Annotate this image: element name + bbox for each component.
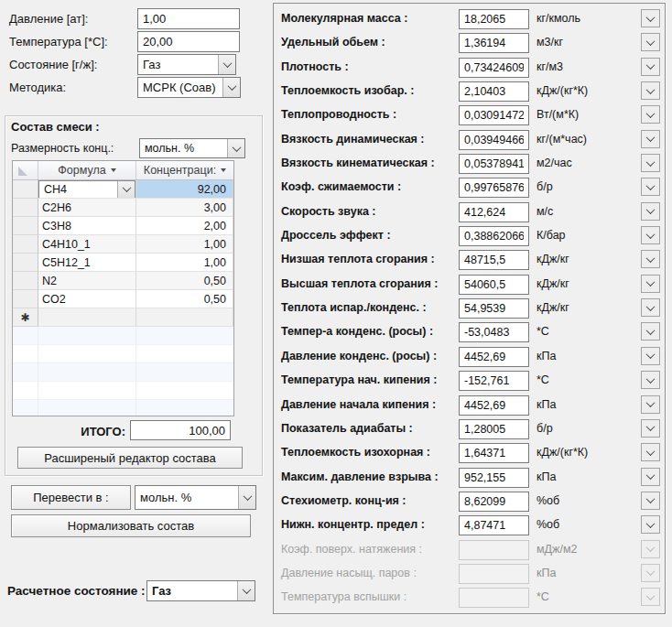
property-value-input[interactable] <box>459 9 529 29</box>
property-value-input[interactable] <box>459 322 529 342</box>
property-value-input[interactable] <box>459 298 529 319</box>
row-header-cell[interactable] <box>13 235 38 254</box>
property-value-input[interactable] <box>459 443 529 463</box>
concentration-cell[interactable]: 3,00 <box>136 199 233 217</box>
property-value-input[interactable] <box>459 468 529 488</box>
property-value-input[interactable] <box>459 130 529 150</box>
property-value-input[interactable] <box>459 202 529 222</box>
unit-dropdown-button[interactable] <box>641 81 660 100</box>
unit-dropdown-button[interactable] <box>641 515 660 534</box>
concentration-cell[interactable]: 0,50 <box>136 272 233 290</box>
convert-unit-select[interactable]: мольн. % <box>135 485 256 510</box>
calc-state-value: Газ <box>147 581 237 600</box>
property-value-input[interactable] <box>459 515 529 535</box>
formula-select[interactable]: CH4 <box>38 180 135 199</box>
row-header-cell[interactable] <box>13 199 38 217</box>
table-row: C5H12_11,00 <box>13 254 233 272</box>
unit-dropdown-button[interactable] <box>641 322 660 341</box>
row-header-cell[interactable] <box>13 272 38 290</box>
formula-cell[interactable]: C4H10_1 <box>38 235 136 254</box>
row-header-cell[interactable] <box>13 217 38 235</box>
unit-dropdown-button[interactable] <box>641 178 660 196</box>
property-value-input[interactable] <box>459 371 529 391</box>
property-value-input[interactable] <box>459 58 529 78</box>
concentration-unit-select[interactable]: мольн. % <box>139 138 245 158</box>
concentration-cell[interactable] <box>136 308 233 327</box>
unit-dropdown-button[interactable] <box>641 58 660 76</box>
property-value-input[interactable] <box>459 395 529 416</box>
property-unit-label: м/с <box>537 205 553 218</box>
unit-dropdown-button[interactable] <box>641 419 660 438</box>
new-row[interactable]: ✱ <box>13 308 233 327</box>
formula-cell[interactable]: C2H6 <box>38 199 136 217</box>
filter-arrow-icon[interactable] <box>221 168 226 172</box>
property-unit-label: б/р <box>537 422 553 435</box>
unit-dropdown-button[interactable] <box>641 468 660 486</box>
total-input[interactable] <box>130 420 231 440</box>
chevron-down-icon[interactable] <box>227 139 244 157</box>
concentration-cell[interactable]: 1,00 <box>136 254 233 272</box>
property-value-input[interactable] <box>459 105 529 125</box>
grid-header-formula[interactable]: Формула <box>38 161 136 179</box>
row-header-cell[interactable] <box>13 180 38 199</box>
property-value-input[interactable] <box>459 419 529 439</box>
property-value-input[interactable] <box>459 154 529 174</box>
formula-cell[interactable]: CO2 <box>38 290 136 308</box>
unit-dropdown-button[interactable] <box>641 395 660 414</box>
formula-cell[interactable]: CH4 <box>38 180 136 199</box>
unit-dropdown-button[interactable] <box>641 492 660 510</box>
property-value-input[interactable] <box>459 178 529 198</box>
unit-dropdown-button[interactable] <box>641 298 660 317</box>
property-unit-label: б/р <box>537 180 553 193</box>
chevron-down-icon[interactable] <box>222 78 240 97</box>
concentration-cell[interactable]: 1,00 <box>136 235 233 254</box>
convert-button[interactable]: Перевести в : <box>11 485 131 510</box>
unit-dropdown-button[interactable] <box>641 154 660 172</box>
grid-select-all-corner[interactable] <box>13 161 38 179</box>
chevron-down-icon[interactable] <box>218 55 235 74</box>
unit-dropdown-button[interactable] <box>641 226 660 244</box>
unit-dropdown-button[interactable] <box>641 105 660 124</box>
property-value-input[interactable] <box>459 275 529 295</box>
temperature-input[interactable] <box>137 31 240 52</box>
formula-cell[interactable] <box>38 308 136 327</box>
concentration-cell[interactable]: 0,50 <box>136 290 233 308</box>
chevron-down-icon[interactable] <box>237 581 255 600</box>
concentration-cell[interactable]: 92,00 <box>136 180 233 199</box>
unit-dropdown-button[interactable] <box>641 33 660 51</box>
calc-state-select[interactable]: Газ <box>146 580 255 601</box>
unit-dropdown-button[interactable] <box>641 202 660 221</box>
formula-cell[interactable]: C5H12_1 <box>38 254 136 272</box>
unit-dropdown-button[interactable] <box>641 250 660 268</box>
state-select-value: Газ <box>138 55 218 74</box>
property-row: Давление конденс. (росы) :кПа <box>274 346 665 370</box>
unit-dropdown-button[interactable] <box>641 347 660 365</box>
chevron-down-icon[interactable] <box>117 181 135 198</box>
empty-grid-row <box>13 345 233 363</box>
unit-dropdown-button[interactable] <box>641 371 660 389</box>
normalize-button[interactable]: Нормализовать состав <box>11 514 251 537</box>
method-select[interactable]: МСРК (Соав) <box>137 77 241 98</box>
chevron-down-icon[interactable] <box>238 486 255 509</box>
property-value-input[interactable] <box>459 250 529 270</box>
concentration-cell[interactable]: 2,00 <box>136 217 233 235</box>
extended-editor-button[interactable]: Расширеный редактор состава <box>17 447 243 469</box>
unit-dropdown-button[interactable] <box>641 130 660 148</box>
property-value-input[interactable] <box>459 226 529 246</box>
formula-cell[interactable]: C3H8 <box>38 217 136 235</box>
row-header-cell[interactable] <box>13 290 38 308</box>
property-value-input[interactable] <box>459 33 529 53</box>
chevron-down-icon <box>646 447 656 456</box>
state-select[interactable]: Газ <box>137 54 236 75</box>
pressure-input[interactable] <box>137 8 240 29</box>
grid-header-concentration[interactable]: Концентраци: <box>136 161 233 179</box>
property-value-input[interactable] <box>459 492 529 512</box>
property-value-input[interactable] <box>459 81 529 102</box>
unit-dropdown-button[interactable] <box>641 9 660 27</box>
property-value-input[interactable] <box>459 347 529 367</box>
filter-arrow-icon[interactable] <box>111 168 116 172</box>
formula-cell[interactable]: N2 <box>38 272 136 290</box>
row-header-cell[interactable] <box>13 254 38 272</box>
unit-dropdown-button[interactable] <box>641 275 660 293</box>
unit-dropdown-button[interactable] <box>641 443 660 461</box>
